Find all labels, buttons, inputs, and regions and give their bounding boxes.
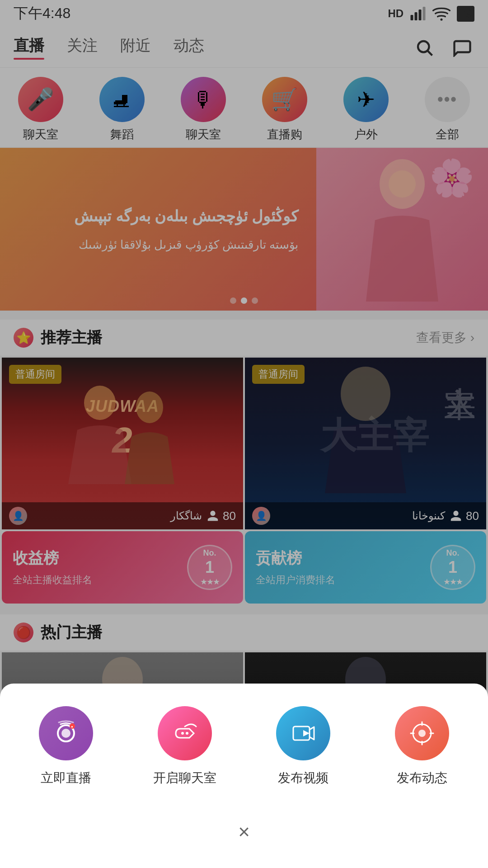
svg-point-24	[418, 730, 426, 737]
live-label: 立即直播	[41, 769, 91, 787]
action-live[interactable]: ● 立即直播	[14, 706, 119, 787]
chatroom-label: 开启聊天室	[153, 769, 216, 787]
close-button[interactable]: ×	[226, 814, 262, 850]
action-grid: ● 立即直播 开启聊天室	[14, 706, 474, 787]
publish-dynamic-icon	[408, 720, 436, 747]
svg-point-16	[61, 729, 70, 738]
svg-point-20	[186, 732, 188, 735]
close-btn-wrap: ×	[14, 814, 474, 850]
live-icon: ●	[39, 706, 93, 760]
video-label: 发布视频	[278, 769, 328, 787]
chatroom-icon	[158, 706, 212, 760]
dynamic-icon	[395, 706, 449, 760]
dynamic-label: 发布动态	[397, 769, 447, 787]
svg-text:●: ●	[71, 725, 73, 729]
action-video[interactable]: 发布视频	[251, 706, 356, 787]
svg-marker-22	[303, 730, 310, 736]
svg-point-19	[181, 732, 184, 735]
bottom-sheet: ● 立即直播 开启聊天室	[0, 684, 488, 868]
live-broadcast-icon: ●	[52, 720, 80, 747]
video-icon	[276, 706, 330, 760]
action-chatroom[interactable]: 开启聊天室	[132, 706, 238, 787]
action-dynamic[interactable]: 发布动态	[370, 706, 475, 787]
publish-video-icon	[290, 720, 317, 747]
chatroom-broadcast-icon	[171, 720, 198, 747]
